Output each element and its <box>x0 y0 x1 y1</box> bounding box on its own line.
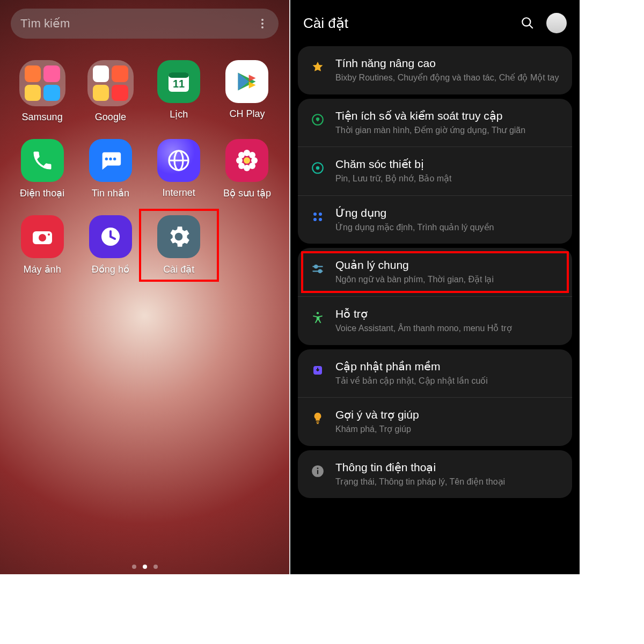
app-google[interactable]: Google <box>79 60 142 123</box>
app-drawer: Tìm kiếm SamsungGoogle 11 Lịch CH Play Đ… <box>0 0 289 574</box>
row-title: Quản lý chung <box>335 259 494 272</box>
settings-row-g-i-v-tr-gi-p[interactable]: Gợi ý và trợ giúp Khám phá, Trợ giúp <box>298 397 572 446</box>
settings-group: Tiện ích số và kiểm soát truy cập Thời g… <box>298 99 572 244</box>
svg-point-30 <box>313 218 317 221</box>
settings-row-qu-n-l-chung[interactable]: Quản lý chung Ngôn ngữ và bàn phím, Thời… <box>298 248 572 296</box>
row-subtitle: Trạng thái, Thông tin pháp lý, Tên điện … <box>335 476 505 488</box>
app-label: Tin nhắn <box>92 187 129 199</box>
search-bar[interactable]: Tìm kiếm <box>11 9 279 39</box>
app-samsung[interactable]: Samsung <box>11 60 74 123</box>
svg-point-29 <box>319 213 322 216</box>
app-lịch[interactable]: 11 Lịch <box>148 60 210 123</box>
settings-row-h-tr-[interactable]: Hỗ trợ Voice Assistant, Âm thanh mono, m… <box>298 296 572 345</box>
svg-point-36 <box>317 312 319 314</box>
search-icon[interactable] <box>521 16 535 30</box>
app-label: Samsung <box>22 112 63 123</box>
star-icon <box>310 59 326 75</box>
settings-row--ng-d-ng[interactable]: Ứng dụng Ứng dụng mặc định, Trình quản l… <box>298 195 572 244</box>
svg-point-3 <box>105 157 108 160</box>
row-subtitle: Pin, Lưu trữ, Bộ nhớ, Bảo mật <box>335 173 452 185</box>
svg-point-23 <box>522 18 530 26</box>
settings-group: Thông tin điện thoại Trạng thái, Thông t… <box>298 450 572 499</box>
svg-rect-39 <box>317 423 319 424</box>
svg-point-42 <box>317 467 319 469</box>
row-title: Hỗ trợ <box>335 308 512 320</box>
row-subtitle: Thời gian màn hình, Đếm giờ ứng dụng, Th… <box>335 125 525 136</box>
settings-row-ch-m-s-c-thi-t-b-[interactable]: Chăm sóc thiết bị Pin, Lưu trữ, Bộ nhớ, … <box>298 147 572 195</box>
row-subtitle: Ngôn ngữ và bàn phím, Thời gian, Đặt lại <box>335 274 494 286</box>
settings-row-th-ng-tin-i-n-tho-i[interactable]: Thông tin điện thoại Trạng thái, Thông t… <box>298 450 572 499</box>
settings-row-ti-n-ch-s-v-ki-m-so-t-truy-c-p[interactable]: Tiện ích số và kiểm soát truy cập Thời g… <box>298 99 572 147</box>
row-subtitle: Bixby Routines, Chuyển động và thao tác,… <box>335 72 559 84</box>
app-điện-thoại[interactable]: Điện thoại <box>11 139 74 199</box>
settings-group: Cập nhật phần mềm Tải về bản cập nhật, C… <box>298 349 572 446</box>
row-title: Chăm sóc thiết bị <box>335 158 452 171</box>
app-label: Đồng hồ <box>92 264 129 275</box>
bulb-icon <box>310 411 326 427</box>
app-bộ-sưu-tập[interactable]: Bộ sưu tập <box>216 139 279 199</box>
svg-text:11: 11 <box>173 78 185 90</box>
svg-line-24 <box>529 25 533 28</box>
app-tin-nhắn[interactable]: Tin nhắn <box>79 139 142 199</box>
app-internet[interactable]: Internet <box>148 139 210 199</box>
svg-point-15 <box>238 163 245 169</box>
settings-row-c-p-nh-t-ph-n-m-m[interactable]: Cập nhật phần mềm Tải về bản cập nhật, C… <box>298 349 572 398</box>
svg-point-35 <box>319 270 321 273</box>
app-label: Internet <box>163 187 195 199</box>
settings-row-t-nh-n-ng-n-ng-cao[interactable]: Tính năng nâng cao Bixby Routines, Chuyể… <box>298 46 572 94</box>
app-label: Bộ sưu tập <box>223 187 271 199</box>
wellbeing-icon <box>310 112 326 128</box>
svg-rect-1 <box>169 72 189 78</box>
app-label: Điện thoại <box>20 187 64 199</box>
row-title: Tiện ích số và kiểm soát truy cập <box>335 109 525 122</box>
svg-rect-38 <box>316 422 319 423</box>
app-máy-ảnh[interactable]: Máy ảnh <box>11 215 74 275</box>
svg-point-19 <box>48 233 50 236</box>
svg-point-34 <box>314 265 317 268</box>
app-ch-play[interactable]: CH Play <box>216 60 279 123</box>
svg-point-18 <box>39 234 46 241</box>
svg-point-16 <box>249 163 255 169</box>
a11y-icon <box>310 310 326 326</box>
row-title: Cập nhật phần mềm <box>335 360 488 373</box>
app-đồng-hồ[interactable]: Đồng hồ <box>79 215 142 275</box>
row-subtitle: Tải về bản cập nhật, Cập nhật lần cuối <box>335 375 488 387</box>
search-placeholder: Tìm kiếm <box>20 17 70 31</box>
row-title: Ứng dụng <box>335 207 494 219</box>
app-label: Máy ảnh <box>24 264 61 275</box>
settings-group: Quản lý chung Ngôn ngữ và bàn phím, Thời… <box>298 248 572 345</box>
svg-point-27 <box>316 166 320 170</box>
app-label: Google <box>95 112 126 123</box>
row-title: Tính năng nâng cao <box>335 57 559 70</box>
app-label: CH Play <box>229 108 265 120</box>
svg-point-28 <box>313 213 317 216</box>
row-title: Thông tin điện thoại <box>335 461 505 474</box>
page-indicator <box>0 565 289 569</box>
more-icon[interactable] <box>256 19 269 28</box>
svg-point-4 <box>109 157 112 160</box>
svg-rect-41 <box>317 470 318 474</box>
apps-icon <box>310 209 326 225</box>
page-title: Cài đặt <box>303 15 348 32</box>
app-label: Cài đặt <box>163 264 194 275</box>
update-icon <box>310 362 326 378</box>
app-label: Lịch <box>170 108 188 120</box>
sliders-icon <box>310 261 326 277</box>
svg-point-31 <box>319 218 322 221</box>
avatar[interactable] <box>546 13 567 33</box>
care-icon <box>310 160 326 176</box>
settings-group: Tính năng nâng cao Bixby Routines, Chuyể… <box>298 46 572 94</box>
svg-point-13 <box>238 152 245 158</box>
svg-point-8 <box>244 157 250 164</box>
row-subtitle: Khám phá, Trợ giúp <box>335 423 419 435</box>
app-cài-đặt[interactable]: Cài đặt <box>148 215 210 275</box>
row-subtitle: Ứng dụng mặc định, Trình quản lý quyền <box>335 222 494 233</box>
info-icon <box>310 463 326 479</box>
settings-screen: Cài đặt Tính năng nâng cao Bixby Routine… <box>290 0 580 574</box>
row-title: Gợi ý và trợ giúp <box>335 408 419 421</box>
svg-point-14 <box>249 152 255 158</box>
row-subtitle: Voice Assistant, Âm thanh mono, menu Hỗ … <box>335 323 512 334</box>
svg-point-5 <box>113 157 116 160</box>
